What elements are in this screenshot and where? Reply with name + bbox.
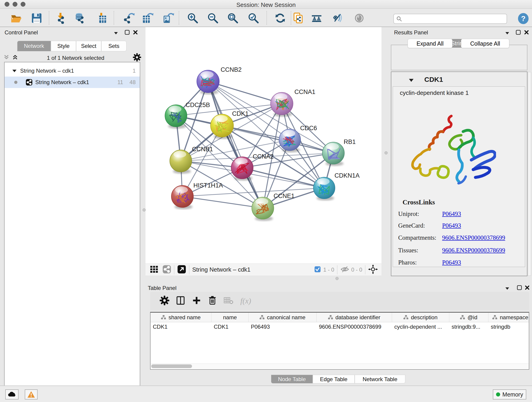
open-in-browser-icon[interactable] (177, 265, 186, 275)
string-style-icon[interactable] (162, 265, 171, 274)
network-row-selected[interactable]: String Network – cdk1 11 48 (5, 77, 140, 88)
node-table[interactable]: shared namename canonical name database … (150, 312, 529, 370)
column-header-canonical-name[interactable]: canonical name (249, 313, 317, 322)
open-session-icon[interactable] (11, 12, 22, 24)
tab-network[interactable]: Network (17, 41, 51, 51)
table-cell[interactable]: 9606.ENSP00000378699 (317, 322, 392, 332)
toolbar-separator (49, 11, 49, 25)
collapse-all-button[interactable]: Collapse All (461, 39, 509, 48)
crosslinks-title: CrossLinks (403, 198, 435, 206)
tab-network-table[interactable]: Network Table (355, 375, 405, 383)
column-header-namespace[interactable]: namespace (488, 313, 529, 322)
delete-column-icon[interactable] (208, 295, 217, 306)
crosslink-link[interactable]: P06493 (442, 259, 461, 266)
column-header-description[interactable]: description (392, 313, 449, 322)
duplicate-network-icon[interactable] (293, 12, 304, 24)
column-header-shared-name[interactable]: shared name (151, 313, 211, 322)
table-row[interactable]: CDK1CDK1P064939606.ENSP00000378699cyclin… (151, 322, 529, 332)
tab-style[interactable]: Style (51, 41, 76, 51)
network-selection-bar: 1 of 1 Network selected (3, 54, 141, 62)
panel-menu-icon[interactable] (505, 31, 510, 36)
fit-selected-crosshair-icon[interactable] (368, 264, 378, 275)
selected-checkbox-icon[interactable] (314, 266, 321, 274)
overview-icon[interactable] (311, 12, 323, 24)
zoom-selected-icon[interactable] (248, 12, 259, 24)
table-toolbar: f(x) (150, 292, 529, 310)
memory-button[interactable]: Memory (493, 389, 526, 400)
close-panel-icon[interactable] (133, 30, 138, 36)
column-header-database-identifier[interactable]: database identifier (317, 313, 392, 322)
network-graph[interactable]: CCNB2CCNA1CDC25BCDK1CDC6RB1CCNB1CCNA2CDK… (146, 27, 381, 264)
tab-node-table[interactable]: Node Table (271, 375, 313, 383)
function-builder-icon: f(x) (240, 297, 251, 305)
table-header-row: shared namename canonical name database … (151, 313, 529, 322)
close-panel-icon[interactable] (525, 285, 530, 291)
export-network-icon[interactable] (123, 12, 135, 24)
expand-all-icon[interactable] (3, 54, 10, 62)
crosslink-link[interactable]: 9606.ENSP00000378699 (442, 247, 505, 254)
crosslink-link[interactable]: P06493 (442, 211, 461, 217)
table-cell[interactable]: P06493 (249, 322, 317, 332)
svg-text:CDKN1A: CDKN1A (335, 172, 360, 179)
scrollbar-thumb[interactable] (151, 364, 192, 368)
import-table-icon[interactable] (96, 12, 108, 24)
network-options-gear-icon[interactable] (133, 53, 141, 63)
cloud-button[interactable] (5, 389, 19, 400)
save-session-icon[interactable] (31, 12, 42, 24)
right-splitter-handle[interactable] (385, 151, 388, 154)
crosslink-link[interactable]: 9606.ENSP00000378699 (442, 234, 505, 241)
float-panel-icon[interactable] (517, 285, 522, 291)
collapse-all-icon[interactable] (12, 54, 18, 62)
search-input[interactable] (402, 15, 500, 22)
close-panel-icon[interactable] (524, 30, 529, 36)
table-cell[interactable]: cyclin-dependent ... (392, 322, 449, 332)
zoom-fit-icon[interactable] (227, 12, 239, 24)
network-view-title: String Network – cdk1 (192, 266, 250, 273)
table-horizontal-scrollbar[interactable] (151, 364, 529, 369)
birdseye-grid-icon[interactable] (150, 265, 159, 275)
table-options-gear-icon[interactable] (160, 296, 169, 306)
table-cell[interactable]: CDK1 (151, 322, 211, 332)
import-network-icon[interactable] (55, 12, 67, 24)
eye-icon[interactable] (354, 12, 365, 24)
column-header-name[interactable]: name (211, 313, 249, 322)
left-splitter-handle[interactable] (143, 208, 146, 211)
zoom-out-icon[interactable] (207, 12, 219, 24)
bottom-splitter-handle[interactable] (336, 277, 339, 280)
svg-text:CDC25B: CDC25B (186, 102, 210, 108)
network-collection-row[interactable]: String Network – cdk1 1 (5, 65, 140, 77)
expand-all-button[interactable]: Expand All (408, 39, 452, 48)
crosslink-link[interactable]: P06493 (442, 222, 461, 229)
search-icon (396, 16, 402, 22)
zoom-in-icon[interactable] (187, 12, 198, 24)
tab-select[interactable]: Select (76, 41, 101, 51)
table-cell[interactable]: CDK1 (211, 322, 249, 332)
search-field[interactable] (393, 14, 507, 24)
help-button[interactable]: ? (518, 13, 529, 25)
tab-edge-table[interactable]: Edge Table (313, 375, 355, 383)
collapse-triangle-icon[interactable] (12, 69, 17, 73)
warning-button[interactable] (25, 389, 38, 400)
table-cell[interactable]: stringdb:9... (449, 322, 488, 332)
results-scrollbar[interactable] (528, 72, 531, 276)
import-database-icon[interactable] (74, 12, 86, 24)
column-header-@id[interactable]: @id (449, 313, 488, 322)
create-column-icon[interactable] (192, 296, 201, 306)
refresh-layout-icon[interactable] (274, 12, 286, 24)
export-table-icon[interactable] (142, 12, 153, 24)
hide-panel-icon[interactable] (332, 12, 344, 24)
network-canvas[interactable]: CCNB2CCNA1CDC25BCDK1CDC6RB1CCNB1CCNA2CDK… (146, 27, 381, 264)
float-panel-icon[interactable] (516, 30, 521, 36)
string-network-icon (26, 79, 32, 86)
show-columns-icon[interactable] (176, 296, 185, 306)
tab-sets[interactable]: Sets (101, 41, 127, 51)
title-bar: Session: New Session (0, 0, 532, 9)
panel-menu-icon[interactable] (113, 31, 119, 36)
collapse-gene-icon[interactable] (408, 78, 414, 83)
export-image-icon[interactable] (163, 12, 174, 24)
table-panel: Table Panel f( (144, 284, 532, 385)
float-panel-icon[interactable] (125, 30, 130, 36)
panel-menu-icon[interactable] (505, 287, 510, 291)
table-cell[interactable]: stringdb (488, 322, 529, 332)
main-toolbar: ? (0, 9, 532, 27)
